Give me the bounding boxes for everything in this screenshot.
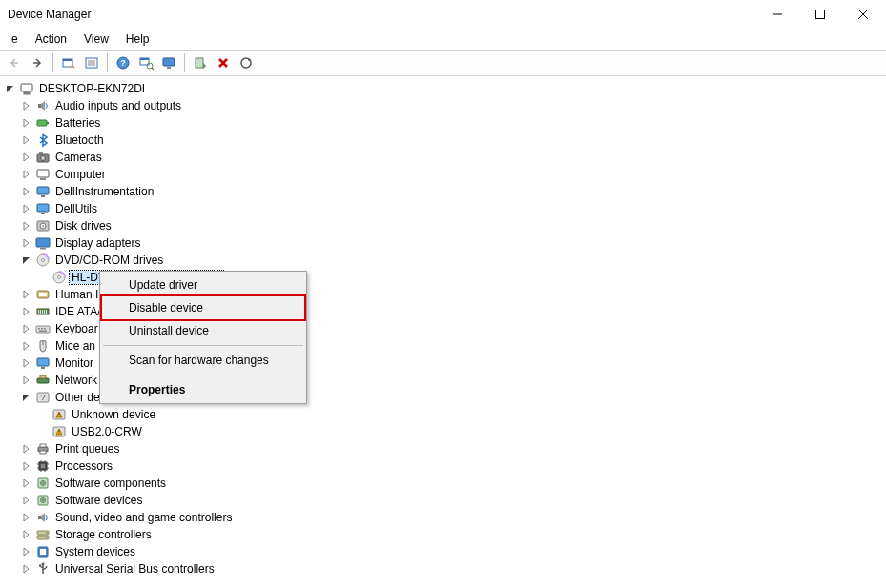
expand-icon[interactable] (20, 562, 33, 576)
tree-category[interactable]: Print queues (20, 440, 886, 457)
expand-icon[interactable] (20, 236, 33, 250)
window-title: Device Manager (8, 8, 755, 21)
dvd-icon (52, 270, 67, 285)
expand-icon[interactable] (20, 99, 33, 112)
keyboard-icon (35, 321, 51, 336)
tree-category[interactable]: DVD/CD-ROM drives (20, 252, 886, 269)
expand-icon[interactable] (20, 185, 33, 198)
expand-icon[interactable] (20, 511, 33, 524)
menu-view[interactable]: View (76, 30, 116, 48)
maximize-button[interactable] (798, 0, 841, 29)
expand-icon[interactable] (20, 494, 33, 507)
ide-icon (35, 304, 51, 319)
expand-icon[interactable] (20, 356, 33, 370)
close-button[interactable] (841, 0, 884, 29)
disk-icon (35, 218, 51, 233)
expand-icon[interactable] (4, 82, 17, 95)
expand-icon[interactable] (20, 116, 33, 130)
expand-icon[interactable] (20, 253, 33, 267)
toolbar-forward-button[interactable] (27, 52, 48, 73)
tree-category[interactable]: Computer (20, 166, 886, 183)
tree-root-node[interactable]: DESKTOP-EKN72DI (4, 80, 886, 97)
tree-category[interactable]: Disk drives (20, 217, 886, 234)
tree-category-label: Processors (53, 459, 114, 473)
tree-category[interactable]: Software components (20, 475, 886, 492)
toolbar-separator (107, 53, 108, 72)
context-menu-item[interactable]: Properties (102, 378, 304, 401)
expand-icon[interactable] (20, 391, 33, 404)
tree-category-label: DVD/CD-ROM drives (53, 253, 165, 267)
expand-icon[interactable] (20, 305, 33, 318)
tree-category[interactable]: Bluetooth (20, 132, 886, 149)
toolbar-show-hidden-button[interactable] (158, 52, 179, 73)
expand-icon[interactable] (20, 219, 33, 233)
context-menu-item[interactable]: Update driver (102, 274, 304, 296)
expand-icon[interactable] (20, 202, 33, 215)
tree-category[interactable]: Audio inputs and outputs (20, 97, 886, 114)
toolbar-scan-button[interactable] (135, 52, 156, 73)
context-menu-item[interactable]: Disable device (102, 296, 304, 319)
computer-icon (35, 167, 51, 182)
tree-category-label: Human I (53, 288, 100, 301)
context-menu-separator (103, 345, 303, 346)
usb-icon (35, 561, 51, 577)
tree-category[interactable]: DellInstrumentation (20, 183, 886, 200)
tree-category-label: Monitor (53, 356, 95, 370)
toolbar-list-button[interactable] (81, 52, 102, 73)
tree-category[interactable]: Universal Serial Bus controllers (20, 560, 886, 578)
expand-icon[interactable] (20, 528, 33, 541)
tree-device-label: Unknown device (70, 408, 157, 421)
display-icon (35, 235, 51, 251)
tree-category[interactable]: Storage controllers (20, 526, 886, 543)
tree-category-label: DellInstrumentation (53, 185, 155, 198)
tree-category-label: Software devices (53, 494, 144, 507)
expand-icon[interactable] (20, 339, 33, 353)
title-bar: Device Manager (0, 0, 886, 29)
expand-icon[interactable] (20, 288, 33, 301)
tree-category-label: Cameras (53, 151, 104, 164)
context-menu-item[interactable]: Scan for hardware changes (102, 349, 304, 372)
expand-icon[interactable] (20, 133, 33, 147)
dvd-icon (35, 253, 51, 268)
expand-icon[interactable] (20, 151, 33, 164)
expand-icon[interactable] (20, 442, 33, 456)
toolbar-properties-button[interactable] (58, 52, 79, 73)
audio-icon (35, 510, 51, 525)
tree-device[interactable]: Unknown device (36, 406, 886, 423)
tree-category[interactable]: Batteries (20, 114, 886, 132)
menu-file[interactable]: e (4, 30, 26, 48)
network-icon (35, 373, 51, 388)
tree-device[interactable]: USB2.0-CRW (36, 423, 886, 440)
toolbar-help-button[interactable] (113, 52, 134, 73)
tree-category[interactable]: Cameras (20, 149, 886, 166)
toolbar-uninstall-button[interactable] (213, 52, 234, 73)
tree-category-label: Universal Serial Bus controllers (53, 562, 216, 576)
context-menu-item[interactable]: Uninstall device (102, 319, 304, 342)
hid-icon (35, 287, 51, 302)
tree-category[interactable]: Sound, video and game controllers (20, 509, 886, 526)
expand-icon[interactable] (20, 374, 33, 387)
other-icon (35, 390, 51, 405)
toolbar-enable-button[interactable] (190, 52, 211, 73)
tree-category[interactable]: DellUtils (20, 200, 886, 217)
minimize-button[interactable] (755, 0, 798, 29)
tree-category[interactable]: Processors (20, 457, 886, 475)
bluetooth-icon (35, 132, 51, 148)
expand-icon[interactable] (20, 545, 33, 558)
expand-icon[interactable] (20, 459, 33, 473)
system-icon (35, 544, 51, 559)
menu-help[interactable]: Help (118, 30, 157, 48)
expand-icon[interactable] (20, 476, 33, 490)
tree-category[interactable]: Software devices (20, 492, 886, 509)
menu-action[interactable]: Action (28, 30, 74, 48)
tree-category[interactable]: System devices (20, 543, 886, 560)
toolbar-update-button[interactable] (236, 52, 257, 73)
tree-category[interactable]: Display adapters (20, 234, 886, 252)
cpu-icon (35, 458, 51, 474)
audio-icon (35, 98, 51, 113)
expand-icon[interactable] (20, 322, 33, 335)
tree-category-label: Network (53, 374, 99, 387)
tree-category-label: IDE ATA/ (53, 305, 103, 318)
expand-icon[interactable] (20, 168, 33, 181)
tree-category-label: Mice an (53, 339, 97, 353)
